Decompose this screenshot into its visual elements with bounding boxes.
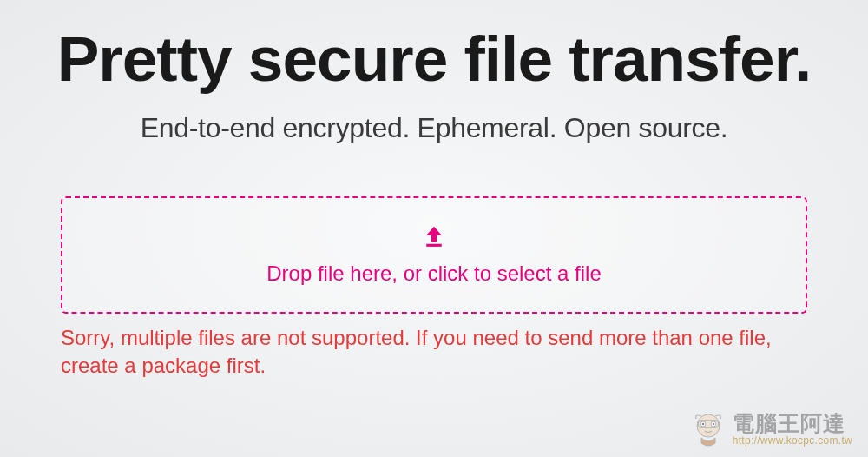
watermark-name: 電腦王阿達 (733, 412, 845, 436)
svg-point-6 (713, 423, 714, 425)
watermark-text: 電腦王阿達 http://www.kocpc.com.tw (733, 412, 852, 447)
dropzone-label: Drop file here, or click to select a fil… (266, 262, 602, 286)
error-message: Sorry, multiple files are not supported.… (61, 324, 807, 381)
svg-rect-0 (426, 244, 442, 247)
svg-point-1 (697, 414, 720, 437)
page-subtitle: End-to-end encrypted. Ephemeral. Open so… (141, 112, 728, 144)
main-container: Pretty secure file transfer. End-to-end … (0, 0, 868, 457)
watermark-url: http://www.kocpc.com.tw (733, 435, 852, 447)
file-dropzone[interactable]: Drop file here, or click to select a fil… (61, 196, 807, 314)
svg-point-5 (702, 423, 704, 425)
page-title: Pretty secure file transfer. (57, 26, 812, 93)
avatar-icon (689, 410, 727, 448)
upload-icon (421, 223, 447, 249)
watermark: 電腦王阿達 http://www.kocpc.com.tw (689, 410, 852, 448)
